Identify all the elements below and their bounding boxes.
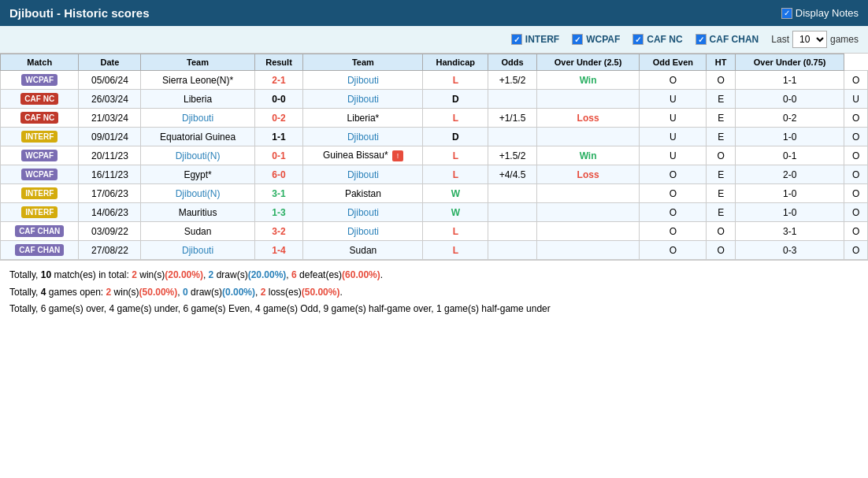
filter-bar: ✓ INTERF ✓ WCPAF ✓ CAF NC ✓ CAF CHAN Las…: [0, 26, 868, 54]
match-handicap: [488, 241, 537, 260]
match-odds: [536, 184, 639, 203]
filter-cafnc[interactable]: ✓ CAF NC: [632, 34, 682, 45]
over-under-075-value: O: [844, 71, 868, 90]
over-under-075-value: O: [844, 146, 868, 165]
team2-name[interactable]: Djibouti: [303, 165, 423, 184]
col-date: Date: [79, 54, 141, 71]
match-result[interactable]: 1-4: [254, 241, 303, 260]
over-under-value: U: [640, 146, 707, 165]
col-over-under2: Over Under (0.75): [735, 54, 844, 71]
match-handicap: +1.5/2: [488, 71, 537, 90]
match-badge-cell: INTERF: [1, 128, 79, 146]
team2-name[interactable]: Pakistan: [303, 184, 423, 203]
match-result[interactable]: 0-2: [254, 109, 303, 128]
cafchan-label: CAF CHAN: [710, 34, 759, 45]
team2-name[interactable]: Djibouti: [303, 71, 423, 90]
team2-name[interactable]: Liberia*: [303, 109, 423, 128]
over-under-value: U: [640, 128, 707, 146]
team1-name[interactable]: Djibouti(N): [141, 146, 254, 165]
match-date: 16/11/23: [79, 165, 141, 184]
ht-score: 2-0: [735, 165, 844, 184]
team1-name[interactable]: Sudan: [141, 222, 254, 241]
team1-name[interactable]: Egypt*: [141, 165, 254, 184]
match-outcome-letter: L: [423, 109, 488, 128]
match-result[interactable]: 1-1: [254, 128, 303, 146]
header-right: ✓ Display Notes: [781, 7, 859, 19]
team2-name[interactable]: Djibouti: [303, 90, 423, 109]
col-team2: Team: [303, 54, 423, 71]
cafnc-label: CAF NC: [647, 34, 682, 45]
match-outcome: 6-0: [272, 169, 285, 180]
match-result[interactable]: 3-2: [254, 222, 303, 241]
over-under-075-value: O: [844, 128, 868, 146]
match-result[interactable]: 2-1: [254, 71, 303, 90]
col-ht: HT: [707, 54, 736, 71]
over-under-value: O: [640, 241, 707, 260]
match-result[interactable]: 0-1: [254, 146, 303, 165]
interf-check-icon: ✓: [511, 34, 522, 45]
over-under-value: U: [640, 90, 707, 109]
over-under-075-value: O: [844, 165, 868, 184]
match-result[interactable]: 1-3: [254, 203, 303, 222]
match-badge-cell: CAF NC: [1, 109, 79, 128]
team1-name[interactable]: Mauritius: [141, 203, 254, 222]
ht-score: 1-0: [735, 184, 844, 203]
team1-name[interactable]: Djibouti: [141, 241, 254, 260]
col-odds: Odds: [488, 54, 537, 71]
team1-name[interactable]: Djibouti(N): [141, 184, 254, 203]
match-result[interactable]: 3-1: [254, 184, 303, 203]
match-result[interactable]: 0-0: [254, 90, 303, 109]
match-handicap: +4/4.5: [488, 165, 537, 184]
last-games-select[interactable]: 10 20 30: [792, 31, 827, 48]
filter-wcpaf[interactable]: ✓ WCPAF: [572, 34, 620, 45]
scores-table: Match Date Team Result Team Handicap Odd…: [0, 54, 868, 260]
match-outcome-letter: D: [423, 128, 488, 146]
over-under-075-value: O: [844, 222, 868, 241]
match-badge-cell: CAF NC: [1, 90, 79, 109]
match-badge-cell: INTERF: [1, 184, 79, 203]
filter-interf[interactable]: ✓ INTERF: [511, 34, 559, 45]
match-badge-cell: WCPAF: [1, 71, 79, 90]
interf-label: INTERF: [525, 34, 559, 45]
match-badge-cell: CAF CHAN: [1, 222, 79, 241]
match-date: 09/01/24: [79, 128, 141, 146]
match-odds: Loss: [536, 165, 639, 184]
team1-name[interactable]: Equatorial Guinea: [141, 128, 254, 146]
odd-even-value: E: [707, 165, 736, 184]
team2-name[interactable]: Djibouti: [303, 128, 423, 146]
ht-score: 1-0: [735, 203, 844, 222]
match-date: 14/06/23: [79, 203, 141, 222]
match-odds: [536, 128, 639, 146]
match-outcome: 0-2: [272, 113, 285, 124]
games-label: games: [830, 34, 859, 45]
team1-name[interactable]: Sierra Leone(N)*: [141, 71, 254, 90]
match-badge: CAF NC: [20, 93, 58, 105]
match-odds: [536, 90, 639, 109]
team1-name[interactable]: Djibouti: [141, 109, 254, 128]
team2-name[interactable]: Guinea Bissau* !: [303, 146, 423, 165]
team2-name[interactable]: Sudan: [303, 241, 423, 260]
match-outcome: 1-1: [272, 132, 285, 143]
last-games-selector: Last 10 20 30 games: [771, 31, 859, 48]
team2-name[interactable]: Djibouti: [303, 222, 423, 241]
filter-cafchan[interactable]: ✓ CAF CHAN: [696, 34, 759, 45]
odd-even-value: E: [707, 203, 736, 222]
match-outcome: 3-2: [272, 226, 285, 237]
match-result[interactable]: 6-0: [254, 165, 303, 184]
match-outcome: 0-0: [272, 94, 285, 105]
match-badge: CAF CHAN: [15, 244, 64, 256]
team2-name[interactable]: Djibouti: [303, 203, 423, 222]
display-notes-checkbox[interactable]: ✓ Display Notes: [781, 7, 859, 19]
over-under-value: O: [640, 203, 707, 222]
wcpaf-label: WCPAF: [586, 34, 620, 45]
over-under-075-value: O: [844, 109, 868, 128]
match-badge: CAF NC: [20, 112, 58, 124]
match-badge: WCPAF: [21, 74, 57, 86]
match-outcome-letter: L: [423, 146, 488, 165]
match-outcome: 2-1: [272, 75, 285, 86]
summary-line3: Totally, 6 game(s) over, 4 game(s) under…: [9, 301, 859, 318]
match-outcome: 3-1: [272, 188, 285, 199]
team1-name[interactable]: Liberia: [141, 90, 254, 109]
match-date: 20/11/23: [79, 146, 141, 165]
match-handicap: [488, 203, 537, 222]
